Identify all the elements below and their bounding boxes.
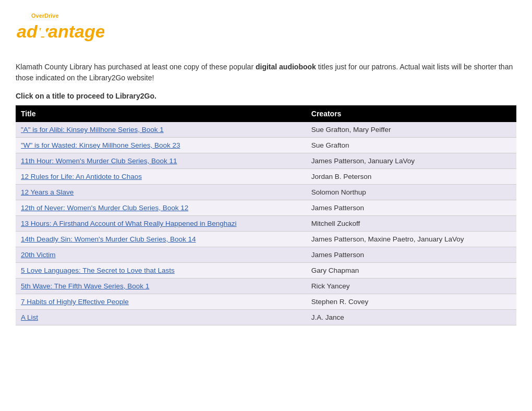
table-cell-creators: Stephen R. Covey bbox=[306, 294, 516, 310]
table-row: A ListJ.A. Jance bbox=[16, 310, 516, 325]
svg-text:antage: antage bbox=[48, 21, 104, 41]
svg-text:ad: ad bbox=[17, 21, 38, 41]
table-cell-creators: Gary Chapman bbox=[306, 263, 516, 279]
table-cell-title: 11th Hour: Women's Murder Club Series, B… bbox=[16, 153, 306, 169]
book-title-link[interactable]: 20th Victim bbox=[21, 251, 56, 259]
table-cell-title: A List bbox=[16, 310, 306, 325]
table-row: 5th Wave: The Fifth Wave Series, Book 1R… bbox=[16, 279, 516, 294]
book-title-link[interactable]: 5th Wave: The Fifth Wave Series, Book 1 bbox=[21, 282, 149, 290]
book-title-link[interactable]: 12 Rules for Life: An Antidote to Chaos bbox=[21, 173, 142, 180]
book-title-link[interactable]: 13 Hours: A Firsthand Account of What Re… bbox=[21, 220, 237, 227]
table-cell-title: 7 Habits of Highly Effective People bbox=[16, 294, 306, 310]
table-cell-title: 5 Love Languages: The Secret to Love tha… bbox=[16, 263, 306, 279]
table-row: 13 Hours: A Firsthand Account of What Re… bbox=[16, 216, 516, 232]
table-cell-title: "W" is for Wasted: Kinsey Millhone Serie… bbox=[16, 138, 306, 153]
table-cell-creators: James Patterson bbox=[306, 247, 516, 263]
book-title-link[interactable]: 12th of Never: Women's Murder Club Serie… bbox=[21, 204, 188, 212]
book-title-link[interactable]: "A" is for Alibi: Kinsey Millhone Series… bbox=[21, 126, 164, 134]
book-title-link[interactable]: "W" is for Wasted: Kinsey Millhone Serie… bbox=[21, 141, 180, 149]
intro-paragraph: Klamath County Library has purchased at … bbox=[16, 62, 516, 83]
table-cell-title: 12th of Never: Women's Murder Club Serie… bbox=[16, 200, 306, 216]
table-header-row: Title Creators bbox=[16, 105, 516, 122]
table-row: 12th of Never: Women's Murder Club Serie… bbox=[16, 200, 516, 216]
col-header-title: Title bbox=[16, 105, 306, 122]
table-row: 20th VictimJames Patterson bbox=[16, 247, 516, 263]
table-cell-creators: Sue Grafton, Mary Peiffer bbox=[306, 122, 516, 138]
table-row: 14th Deadly Sin: Women's Murder Club Ser… bbox=[16, 232, 516, 247]
book-title-link[interactable]: A List bbox=[21, 313, 38, 321]
svg-text:OverDrive: OverDrive bbox=[31, 13, 59, 19]
book-title-link[interactable]: 14th Deadly Sin: Women's Murder Club Ser… bbox=[21, 235, 196, 243]
table-cell-title: 13 Hours: A Firsthand Account of What Re… bbox=[16, 216, 306, 232]
col-header-creators: Creators bbox=[306, 105, 516, 122]
table-cell-creators: Jordan B. Peterson bbox=[306, 169, 516, 185]
table-cell-creators: Sue Grafton bbox=[306, 138, 516, 153]
table-row: 11th Hour: Women's Murder Club Series, B… bbox=[16, 153, 516, 169]
book-title-link[interactable]: 5 Love Languages: The Secret to Love tha… bbox=[21, 267, 175, 274]
table-cell-title: 14th Deadly Sin: Women's Murder Club Ser… bbox=[16, 232, 306, 247]
page-wrapper: OverDrive ad v antage Klamath County Lib… bbox=[0, 0, 532, 336]
table-cell-title: 12 Years a Slave bbox=[16, 185, 306, 200]
table-cell-title: 5th Wave: The Fifth Wave Series, Book 1 bbox=[16, 279, 306, 294]
books-table: Title Creators "A" is for Alibi: Kinsey … bbox=[16, 105, 516, 325]
table-cell-creators: Mitchell Zuckoff bbox=[306, 216, 516, 232]
table-row: 7 Habits of Highly Effective PeopleSteph… bbox=[16, 294, 516, 310]
table-row: 12 Years a SlaveSolomon Northup bbox=[16, 185, 516, 200]
table-row: "A" is for Alibi: Kinsey Millhone Series… bbox=[16, 122, 516, 138]
table-row: 12 Rules for Life: An Antidote to ChaosJ… bbox=[16, 169, 516, 185]
table-cell-creators: Rick Yancey bbox=[306, 279, 516, 294]
table-cell-creators: James Patterson, Maxine Paetro, January … bbox=[306, 232, 516, 247]
table-row: 5 Love Languages: The Secret to Love tha… bbox=[16, 263, 516, 279]
book-title-link[interactable]: 11th Hour: Women's Murder Club Series, B… bbox=[21, 157, 177, 165]
overdrive-advantage-logo: OverDrive ad v antage bbox=[16, 10, 104, 44]
table-cell-creators: James Patterson, January LaVoy bbox=[306, 153, 516, 169]
table-cell-creators: J.A. Jance bbox=[306, 310, 516, 325]
table-cell-creators: Solomon Northup bbox=[306, 185, 516, 200]
book-title-link[interactable]: 12 Years a Slave bbox=[21, 188, 74, 196]
table-row: "W" is for Wasted: Kinsey Millhone Serie… bbox=[16, 138, 516, 153]
table-cell-title: 20th Victim bbox=[16, 247, 306, 263]
table-cell-title: "A" is for Alibi: Kinsey Millhone Series… bbox=[16, 122, 306, 138]
logo-area: OverDrive ad v antage bbox=[16, 10, 516, 46]
click-instruction: Click on a title to proceed to Library2G… bbox=[16, 92, 516, 100]
table-cell-creators: James Patterson bbox=[306, 200, 516, 216]
table-cell-title: 12 Rules for Life: An Antidote to Chaos bbox=[16, 169, 306, 185]
book-title-link[interactable]: 7 Habits of Highly Effective People bbox=[21, 298, 129, 306]
